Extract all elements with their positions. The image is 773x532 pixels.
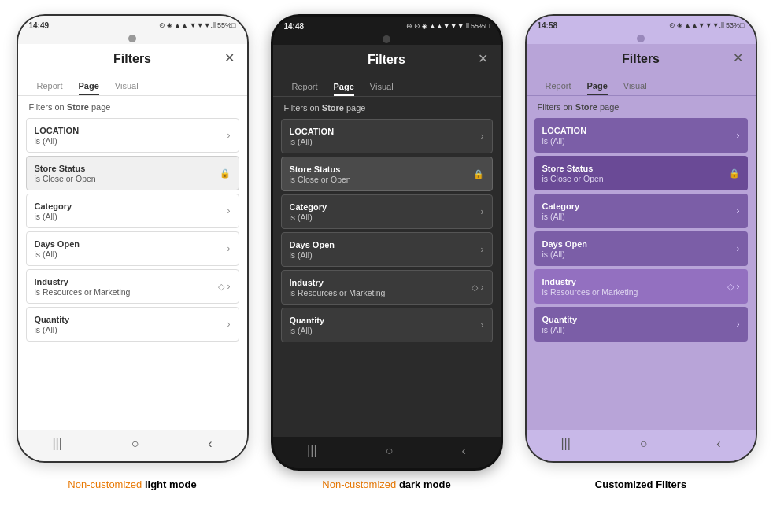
notch-purple xyxy=(527,33,756,44)
filter-location-light[interactable]: LOCATION is (All) › xyxy=(26,118,239,153)
close-btn-purple[interactable]: ✕ xyxy=(733,50,743,65)
caption-custom: Customized Filters xyxy=(525,478,757,490)
captions-row: Non-customized light mode Non-customized… xyxy=(0,471,773,490)
notch-light xyxy=(18,33,247,44)
status-icons-light: ⊙ ◈ ▲▲ ▼▼▼.ll 55%□ xyxy=(159,21,236,29)
nav-home-light[interactable]: ○ xyxy=(131,437,139,451)
filter-storestatus-light[interactable]: Store Status is Close or Open 🔒 xyxy=(26,156,239,190)
panel-purple: Filters ✕ Report Page Visual Filters on … xyxy=(527,44,756,430)
nav-recent-dark[interactable]: ‹ xyxy=(462,444,466,458)
nav-home-dark[interactable]: ○ xyxy=(386,444,394,458)
filter-storestatus-dark[interactable]: Store Status is Close or Open 🔒 xyxy=(281,157,493,191)
filter-industry-light[interactable]: Industry is Resources or Marketing ◇ › xyxy=(26,269,239,304)
filter-quantity-purple[interactable]: Quantity is (All) › xyxy=(534,307,748,342)
status-icons-dark: ⊕ ⊙ ◈ ▲▲▼▼▼.ll 55%□ xyxy=(406,22,490,30)
close-btn-dark[interactable]: ✕ xyxy=(478,51,488,66)
lock-storestatus-dark: 🔒 xyxy=(473,169,484,179)
bottom-nav-purple: ||| ○ ‹ xyxy=(527,430,756,461)
tab-visual-purple[interactable]: Visual xyxy=(616,81,655,95)
nav-recent-light[interactable]: ‹ xyxy=(208,437,212,451)
filter-location-purple[interactable]: LOCATION is (All) › xyxy=(534,118,748,153)
tab-report-dark[interactable]: Report xyxy=(284,82,326,96)
chevron-industry-dark: › xyxy=(481,282,484,293)
bookmark-industry-light: ◇ xyxy=(218,282,224,292)
tab-visual-light[interactable]: Visual xyxy=(107,81,146,95)
bookmark-industry-purple: ◇ xyxy=(727,282,734,292)
tab-page-light[interactable]: Page xyxy=(71,81,107,95)
bookmark-industry-dark: ◇ xyxy=(472,283,478,293)
dark-phone-wrapper: 14:48 ⊕ ⊙ ◈ ▲▲▼▼▼.ll 55%□ Filters ✕ xyxy=(271,14,503,471)
caption-light: Non-customized light mode xyxy=(17,478,249,490)
chevron-industry-light: › xyxy=(227,281,231,292)
bottom-nav-dark: ||| ○ ‹ xyxy=(273,437,501,468)
light-phone: 14:49 ⊙ ◈ ▲▲ ▼▼▼.ll 55%□ Filters ✕ xyxy=(17,14,249,463)
caption-dark: Non-customized dark mode xyxy=(271,478,503,490)
filter-daysopen-purple[interactable]: Days Open is (All) › xyxy=(534,231,748,266)
phones-container: 14:49 ⊙ ◈ ▲▲ ▼▼▼.ll 55%□ Filters ✕ xyxy=(0,0,773,471)
status-bar-light: 14:49 ⊙ ◈ ▲▲ ▼▼▼.ll 55%□ xyxy=(18,16,247,33)
chevron-category-dark: › xyxy=(481,206,484,217)
filter-industry-purple[interactable]: Industry is Resources or Marketing ◇ › xyxy=(534,269,748,304)
chevron-daysopen-light: › xyxy=(227,243,231,254)
tabs-light: Report Page Visual xyxy=(18,71,247,96)
panel-header-dark: Filters ✕ xyxy=(273,45,501,72)
dark-phone: 14:48 ⊕ ⊙ ◈ ▲▲▼▼▼.ll 55%□ Filters ✕ xyxy=(271,14,503,471)
chevron-daysopen-purple: › xyxy=(737,243,740,254)
filter-quantity-dark[interactable]: Quantity is (All) › xyxy=(281,308,493,342)
bottom-nav-light: ||| ○ ‹ xyxy=(18,430,247,461)
notch-dark xyxy=(273,34,501,45)
tab-page-dark[interactable]: Page xyxy=(326,82,362,96)
panel-title-dark: Filters xyxy=(368,53,405,67)
filter-category-dark[interactable]: Category is (All) › xyxy=(281,194,493,229)
filter-location-dark[interactable]: LOCATION is (All) › xyxy=(281,119,493,153)
chevron-location-light: › xyxy=(227,130,231,141)
chevron-quantity-purple: › xyxy=(737,319,740,330)
chevron-quantity-dark: › xyxy=(481,320,484,331)
chevron-daysopen-dark: › xyxy=(481,244,484,255)
chevron-category-light: › xyxy=(227,205,231,216)
time-light: 14:49 xyxy=(29,21,50,30)
status-bar-purple: 14:58 ⊙ ◈ ▲▲▼▼▼.ll 53%□ xyxy=(527,16,756,33)
chevron-category-purple: › xyxy=(737,205,740,216)
chevron-location-dark: › xyxy=(481,131,484,142)
camera-purple xyxy=(637,35,645,42)
filter-category-light[interactable]: Category is (All) › xyxy=(26,194,239,228)
filter-industry-dark[interactable]: Industry is Resources or Marketing ◇ › xyxy=(281,270,493,305)
subtitle-light: Filters on Store page xyxy=(18,96,247,115)
light-phone-wrapper: 14:49 ⊙ ◈ ▲▲ ▼▼▼.ll 55%□ Filters ✕ xyxy=(17,14,249,463)
tab-report-purple[interactable]: Report xyxy=(538,81,579,95)
purple-phone: 14:58 ⊙ ◈ ▲▲▼▼▼.ll 53%□ Filters ✕ xyxy=(525,14,757,463)
lock-storestatus-purple: 🔒 xyxy=(729,168,740,179)
camera-light xyxy=(128,35,136,42)
purple-phone-wrapper: 14:58 ⊙ ◈ ▲▲▼▼▼.ll 53%□ Filters ✕ xyxy=(525,14,757,463)
filter-quantity-light[interactable]: Quantity is (All) › xyxy=(26,307,239,342)
time-dark: 14:48 xyxy=(284,22,305,31)
nav-recent-purple[interactable]: ‹ xyxy=(716,437,720,451)
status-bar-dark: 14:48 ⊕ ⊙ ◈ ▲▲▼▼▼.ll 55%□ xyxy=(273,17,501,34)
camera-dark xyxy=(383,35,390,43)
panel-header-purple: Filters ✕ xyxy=(527,44,756,71)
tab-report-light[interactable]: Report xyxy=(29,81,71,95)
nav-home-purple[interactable]: ○ xyxy=(640,437,648,451)
tabs-purple: Report Page Visual xyxy=(527,71,756,96)
filter-storestatus-purple[interactable]: Store Status is Close or Open 🔒 xyxy=(534,156,748,190)
chevron-quantity-light: › xyxy=(227,319,231,330)
chevron-industry-purple: › xyxy=(737,281,740,292)
close-btn-light[interactable]: ✕ xyxy=(224,50,235,65)
nav-back-dark[interactable]: ||| xyxy=(307,444,316,458)
time-purple: 14:58 xyxy=(538,21,558,30)
filter-daysopen-dark[interactable]: Days Open is (All) › xyxy=(281,232,493,267)
nav-back-purple[interactable]: ||| xyxy=(560,437,570,451)
subtitle-purple: Filters on Store page xyxy=(527,96,756,115)
nav-back-light[interactable]: ||| xyxy=(52,437,61,451)
filter-daysopen-light[interactable]: Days Open is (All) › xyxy=(26,231,239,266)
panel-title-purple: Filters xyxy=(622,52,660,66)
chevron-location-purple: › xyxy=(737,130,740,141)
status-icons-purple: ⊙ ◈ ▲▲▼▼▼.ll 53%□ xyxy=(669,21,745,29)
panel-dark: Filters ✕ Report Page Visual Filters on … xyxy=(273,45,501,437)
tab-page-purple[interactable]: Page xyxy=(579,81,616,95)
tabs-dark: Report Page Visual xyxy=(273,72,501,97)
filter-category-purple[interactable]: Category is (All) › xyxy=(534,194,748,228)
panel-title-light: Filters xyxy=(113,52,151,66)
tab-visual-dark[interactable]: Visual xyxy=(362,82,401,96)
